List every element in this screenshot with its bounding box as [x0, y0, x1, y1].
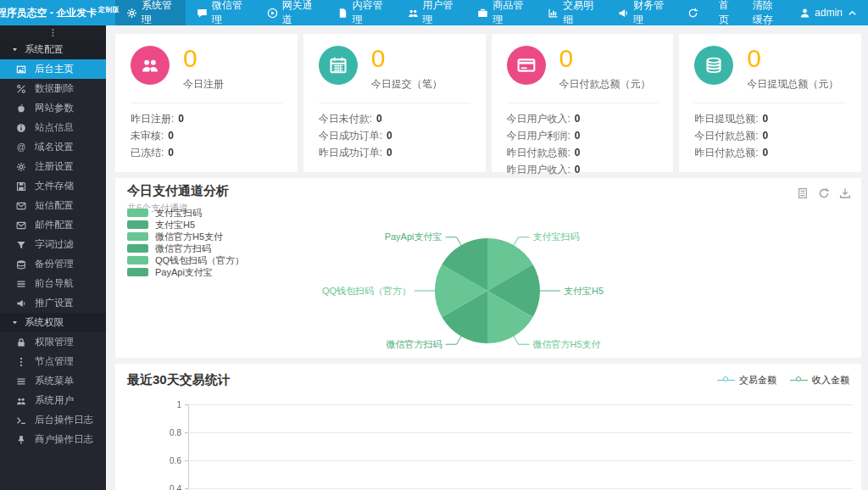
nav-item-finance[interactable]: 财务管理	[607, 0, 677, 25]
sidebar-item-label: 字词过滤	[35, 238, 74, 251]
divider	[507, 103, 659, 103]
toolbox-refresh-button[interactable]	[818, 185, 830, 200]
pie-legend-item[interactable]: 支付宝H5	[127, 219, 244, 231]
chart-toolbox	[797, 185, 851, 200]
nav-item-label: 用户管理	[423, 0, 456, 27]
sidebar-menu: 系统配置后台主页数据删除网站参数站点信息@域名设置注册设置文件存储短信配置邮件配…	[0, 40, 106, 449]
pie-legend-item[interactable]: QQ钱包扫码（官方）	[127, 254, 244, 266]
stat-detail: 昨日提现总额:0	[694, 110, 846, 127]
nav-item-label: 系统管理	[142, 0, 175, 27]
sidebar-item-admin-op-log[interactable]: 后台操作日志	[0, 410, 106, 430]
sidebar-item-backup-manage[interactable]: 备份管理	[0, 254, 106, 274]
briefcase-icon	[477, 8, 488, 19]
sidebar-item-merchant-op-log[interactable]: 商户操作日志	[0, 430, 106, 449]
legend-swatch	[127, 220, 148, 229]
users-icon	[408, 8, 419, 19]
legend-label: PayApi支付宝	[155, 266, 213, 279]
refresh-icon	[687, 8, 698, 19]
sidebar-item-word-filter[interactable]: 字词过滤	[0, 235, 106, 254]
caret-icon	[11, 319, 19, 326]
toolbox-save-image-button[interactable]	[839, 185, 851, 200]
stat-detail: 今日用户利润:0	[507, 127, 659, 144]
stat-value: 0	[183, 46, 224, 71]
legend-label: QQ钱包扫码（官方）	[155, 254, 244, 267]
stat-card-today-withdraw: 0 今日提现总额（元） 昨日提现总额:0今日付款总额:0昨日付款总额:0	[679, 34, 861, 172]
sidebar-item-file-storage[interactable]: 文件存储	[0, 176, 106, 196]
y-tick-label: 1	[115, 400, 181, 409]
line-chart: 10.80.60.4	[115, 364, 861, 490]
nav-item-user[interactable]: 用户管理	[397, 0, 467, 25]
sidebar-item-sms-config[interactable]: 短信配置	[0, 196, 106, 215]
sidebar-item-label: 文件存储	[35, 180, 74, 192]
refresh-button[interactable]	[677, 0, 709, 25]
sidebar-item-permission-manage[interactable]: 权限管理	[0, 332, 106, 352]
sidebar-group-system-perms[interactable]: 系统权限	[0, 313, 106, 332]
stat-label: 今日提现总额（元）	[747, 77, 838, 92]
main-content: 0 今日注册 昨日注册:0未审核:0已冻结:0 0 今日提交（笔） 今日未付款:…	[106, 25, 868, 490]
nav-item-label: 网关通道	[282, 0, 315, 27]
doc-icon	[337, 8, 348, 19]
sidebar-group-system-config[interactable]: 系统配置	[0, 40, 106, 59]
sidebar-item-label: 站点信息	[35, 121, 74, 134]
sidebar-item-node-manage[interactable]: 节点管理	[0, 352, 106, 371]
home-link[interactable]: 首页	[709, 0, 743, 25]
stat-icon-badge	[131, 46, 170, 85]
sidebar-item-label: 后台操作日志	[35, 414, 93, 426]
sidebar-item-data-delete[interactable]: 数据删除	[0, 79, 106, 98]
gear-icon	[16, 162, 26, 172]
nav-item-label: 财务管理	[633, 0, 666, 27]
coins-icon	[704, 56, 723, 75]
chat-icon	[197, 8, 208, 19]
sidebar-item-domain-settings[interactable]: @域名设置	[0, 137, 106, 157]
sidebar-item-label: 备份管理	[35, 258, 74, 270]
pie-legend-item[interactable]: 支付宝扫码	[127, 207, 244, 219]
user-menu[interactable]: admin	[789, 0, 868, 25]
docview-icon	[797, 187, 809, 199]
home-label: 首页	[719, 0, 732, 27]
download-icon	[839, 187, 851, 199]
clear-cache-link[interactable]: 清除缓存	[743, 0, 790, 25]
brand-badge: 定制版	[98, 5, 119, 14]
y-tick-label: 0.4	[115, 484, 181, 490]
pie-label: 微信官方扫码	[387, 339, 442, 349]
y-tick-label: 0.8	[115, 428, 181, 437]
stat-value: 0	[747, 46, 838, 71]
sidebar-item-site-info[interactable]: 站点信息	[0, 118, 106, 137]
pie-legend-item[interactable]: 微信官方H5支付	[127, 231, 244, 242]
chevron-up-wrap	[847, 7, 858, 19]
nav-item-wechat[interactable]: 微信管理	[186, 0, 256, 25]
pie-label-line	[514, 337, 530, 345]
stat-detail: 今日未付款:0	[319, 110, 470, 127]
pie-legend-item[interactable]: 微信官方扫码	[127, 242, 244, 254]
toolbox-data-view-button[interactable]	[797, 185, 809, 200]
stat-detail: 昨日成功订单:0	[319, 144, 470, 161]
nav-item-trade[interactable]: 交易明细	[537, 0, 607, 25]
sidebar-collapse-toggle[interactable]	[0, 25, 106, 40]
stat-cards-row: 0 今日注册 昨日注册:0未审核:0已冻结:0 0 今日提交（笔） 今日未付款:…	[115, 34, 861, 172]
gridline	[188, 488, 853, 489]
lock-icon	[16, 337, 26, 348]
nav-item-gateway[interactable]: 网关通道	[256, 0, 326, 25]
sidebar-item-front-nav[interactable]: 前台导航	[0, 274, 106, 293]
sidebar-item-system-menu[interactable]: 系统菜单	[0, 371, 106, 391]
nav-item-system[interactable]: 系统管理	[115, 0, 186, 25]
sidebar-item-register-settings[interactable]: 注册设置	[0, 157, 106, 176]
sidebar-item-label: 网站参数	[35, 102, 74, 114]
nav-item-content[interactable]: 内容管理	[326, 0, 397, 25]
sidebar-item-label: 后台主页	[35, 63, 74, 75]
gateway-icon	[267, 8, 278, 19]
stat-value: 0	[371, 46, 442, 71]
filter-icon	[16, 240, 26, 250]
sidebar-item-email-config[interactable]: 邮件配置	[0, 215, 106, 235]
sidebar-item-label: 系统菜单	[35, 375, 74, 387]
stat-detail: 今日成功订单:0	[319, 127, 470, 144]
sidebar-item-promo-settings[interactable]: 推广设置	[0, 293, 106, 313]
divider	[131, 103, 282, 103]
pie-legend-item[interactable]: PayApi支付宝	[127, 266, 244, 278]
sidebar-item-system-users[interactable]: 系统用户	[0, 391, 106, 410]
sidebar-item-admin-home[interactable]: 后台主页	[0, 59, 106, 79]
sidebar-item-label: 权限管理	[35, 336, 74, 348]
mega-icon	[16, 298, 26, 309]
nav-item-goods[interactable]: 商品管理	[466, 0, 537, 25]
sidebar-item-site-params[interactable]: 网站参数	[0, 98, 106, 118]
